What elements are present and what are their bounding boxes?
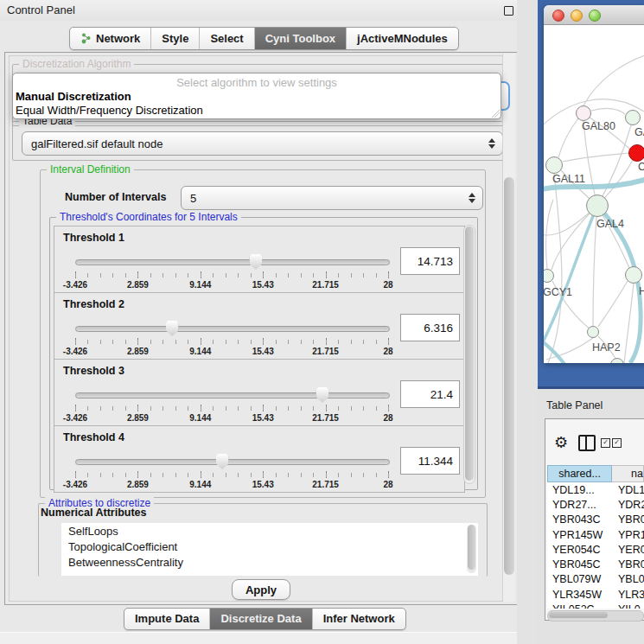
threshold-3-slider[interactable]: -3.426 2.859 9.144 15.43 21.715 28 <box>75 387 388 422</box>
tab-jactivemnodules[interactable]: jActiveMNodules <box>347 28 458 49</box>
popup-resize-grip-icon[interactable] <box>492 110 500 118</box>
tab-infer-network-label: Infer Network <box>323 612 395 625</box>
node-hap2[interactable] <box>587 326 599 338</box>
checkbox-icon[interactable]: ✓ <box>601 438 610 448</box>
tick-label: 9.144 <box>189 480 211 489</box>
control-panel-scrollbar[interactable] <box>502 54 515 602</box>
slider-track[interactable] <box>75 326 390 332</box>
threshold-4-slider[interactable]: -3.426 2.859 9.144 15.43 21.715 28 <box>75 454 388 488</box>
zoom-traffic-light-icon[interactable] <box>589 10 601 22</box>
table-row[interactable]: YDR27...YDR2 <box>547 497 644 512</box>
panel-title: Control Panel <box>7 3 75 16</box>
threshold-2-slider[interactable]: -3.426 2.859 9.144 15.43 21.715 28 <box>75 321 388 355</box>
table-row[interactable]: YER054CYER0 <box>547 542 644 557</box>
combo-stepper-icon <box>465 193 479 203</box>
combo-stepper-icon <box>485 138 499 149</box>
slider-tick-labels: -3.426 2.859 9.144 15.43 21.715 28 <box>75 480 388 490</box>
table-row[interactable]: YLR345WYLR3 <box>547 587 644 602</box>
interval-definition-group-title: Interval Definition <box>47 163 134 175</box>
table-row[interactable]: YDL19...YDL1 <box>547 482 644 497</box>
threshold-1-slider[interactable]: -3.426 2.859 9.144 15.43 21.715 28 <box>75 254 388 289</box>
dropdown-option-equal-width[interactable]: Equal Width/Frequency Discretization <box>16 104 203 117</box>
node-gal80[interactable] <box>576 105 591 121</box>
tick-label: 28 <box>383 413 392 423</box>
attribute-item[interactable]: TopologicalCoefficient <box>61 539 478 554</box>
dropdown-option-manual[interactable]: Manual Discretization <box>16 90 131 103</box>
table-horizontal-scrollbar[interactable] <box>547 610 644 622</box>
cell: YDL19... <box>547 484 613 496</box>
table-row[interactable]: YPR145WYPR1 <box>547 527 644 542</box>
threshold-rows: Threshold 1 -3.426 2.859 9.144 15.43 21.… <box>54 226 465 493</box>
thresholds-scrollbar[interactable] <box>463 225 475 484</box>
slider-track[interactable] <box>75 392 390 399</box>
number-of-intervals-label: Number of Intervals <box>65 191 166 203</box>
cell: YER0 <box>613 544 644 556</box>
tab-style[interactable]: Style <box>151 28 200 49</box>
cell: YPR1 <box>613 529 644 541</box>
column-header-shared-name[interactable]: shared... <box>547 465 612 482</box>
table-panel: Table Panel ⚙ ✓ ✓ shared... na YDL19...Y… <box>538 389 644 644</box>
attributes-group: Attributes to discretize Numerical Attri… <box>38 503 488 577</box>
node-h[interactable] <box>625 266 642 284</box>
slider-handle[interactable] <box>216 454 229 469</box>
table-row[interactable]: YIL052CYIL0 <box>547 602 644 609</box>
minimize-traffic-light-icon[interactable] <box>571 10 583 22</box>
apply-button[interactable]: Apply <box>232 579 290 600</box>
cell: YBR0 <box>613 558 644 571</box>
table-row[interactable]: YBR043CYBR0 <box>547 513 644 527</box>
tick-label: 21.715 <box>312 480 339 489</box>
tab-infer-network[interactable]: Infer Network <box>313 609 405 629</box>
tick-label: 2.859 <box>127 347 149 356</box>
slider-handle[interactable] <box>249 254 262 270</box>
tab-network[interactable]: Network <box>70 28 151 49</box>
scrollbar-thumb[interactable] <box>504 177 514 575</box>
threshold-3-value[interactable]: 21.4 <box>400 380 460 408</box>
slider-tick-labels: -3.426 2.859 9.144 15.43 21.715 28 <box>75 413 388 424</box>
cell: YDL1 <box>613 484 644 496</box>
table-row[interactable]: YBL079WYBL0 <box>547 572 644 587</box>
network-canvas[interactable]: GAL80 GA C GAL11 GAL4 GCY1 H HAP2 <box>544 25 644 363</box>
network-window-titlebar[interactable] <box>544 5 644 25</box>
attribute-item[interactable]: SelfLoops <box>61 523 478 539</box>
threshold-2-value[interactable]: 6.316 <box>400 314 460 341</box>
checkbox-icon[interactable]: ✓ <box>612 438 622 448</box>
attributes-scrollbar[interactable] <box>467 525 476 573</box>
table-data-combo[interactable]: galFiltered.sif default node <box>22 131 503 156</box>
slider-handle[interactable] <box>166 321 179 336</box>
table-row[interactable]: YBR045CYBR0 <box>547 557 644 571</box>
table-toolbar: ⚙ ✓ ✓ <box>545 419 644 465</box>
threshold-1-value[interactable]: 14.713 <box>400 247 460 275</box>
gear-icon[interactable]: ⚙ <box>554 433 568 452</box>
node-ga[interactable] <box>625 110 641 125</box>
table-panel-inner: ⚙ ✓ ✓ shared... na YDL19...YDL1 YDR27...… <box>545 418 644 621</box>
float-window-icon[interactable] <box>504 6 513 16</box>
node-gal11[interactable] <box>545 156 563 174</box>
cell: YDR2 <box>613 499 644 511</box>
scrollbar-thumb[interactable] <box>549 612 608 618</box>
tick-label: 9.144 <box>189 347 211 356</box>
slider-track[interactable] <box>75 259 390 265</box>
tab-cyni-toolbox-label: Cyni Toolbox <box>265 32 335 45</box>
tab-cyni-toolbox[interactable]: Cyni Toolbox <box>255 28 347 49</box>
attribute-item[interactable]: BetweennessCentrality <box>61 554 478 570</box>
column-header-name[interactable]: na <box>612 465 644 482</box>
right-column: GAL80 GA C GAL11 GAL4 GCY1 H HAP2 Table … <box>538 0 644 644</box>
slider-track[interactable] <box>75 459 390 465</box>
number-of-intervals-combo[interactable]: 5 <box>181 186 483 210</box>
scrollbar-thumb[interactable] <box>468 525 475 570</box>
tab-select[interactable]: Select <box>200 28 254 49</box>
slider-handle[interactable] <box>316 387 328 403</box>
tick-label: 2.859 <box>127 280 149 290</box>
scrollbar-thumb[interactable] <box>465 226 474 481</box>
tab-discretize-data[interactable]: Discretize Data <box>210 609 312 629</box>
threshold-4-value[interactable]: 11.344 <box>400 447 460 475</box>
columns-icon[interactable] <box>578 435 596 451</box>
numerical-attributes-list[interactable]: SelfLoops TopologicalCoefficient Between… <box>61 523 478 576</box>
tab-impute-data[interactable]: Impute Data <box>124 609 210 629</box>
threshold-2-label: Threshold 2 <box>63 298 124 310</box>
node-selected-red[interactable] <box>628 144 644 162</box>
close-traffic-light-icon[interactable] <box>552 10 564 22</box>
node-label-gcy1: GCY1 <box>544 286 572 298</box>
node-gal4[interactable] <box>586 194 609 217</box>
cell: YLR3 <box>613 589 644 601</box>
